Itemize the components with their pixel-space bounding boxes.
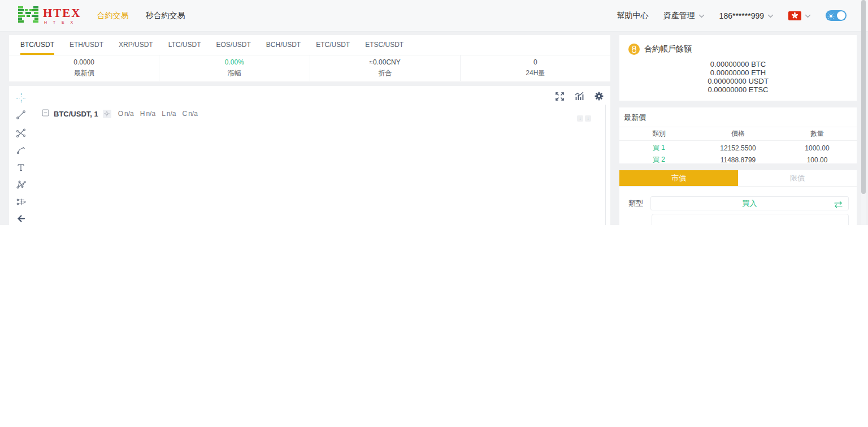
legend-settings-icon[interactable] bbox=[103, 110, 111, 118]
buy1-type: 買 1 bbox=[619, 143, 698, 153]
hk-flag-icon bbox=[788, 11, 801, 20]
nav-contract-trading[interactable]: 合約交易 bbox=[97, 11, 129, 21]
xabcd-pattern-tool-icon[interactable] bbox=[15, 179, 27, 190]
column-price: 價格 bbox=[698, 129, 778, 139]
asset-management-label: 資產管理 bbox=[663, 11, 695, 21]
high-value: n/a bbox=[146, 110, 155, 118]
htex-logo-icon bbox=[17, 5, 40, 27]
main-nav: 合約交易 秒合約交易 bbox=[97, 11, 185, 21]
tab-xrp-usdt[interactable]: XRP/USDT bbox=[119, 35, 153, 55]
buy1-amount: 1000.00 bbox=[778, 144, 857, 152]
open-value: n/a bbox=[124, 110, 134, 118]
balance-eth: 0.00000000 ETH bbox=[628, 68, 848, 77]
ohlc-values: On/a Hn/a Ln/a Cn/a bbox=[118, 110, 198, 118]
tab-btc-usdt[interactable]: BTC/USDT bbox=[20, 35, 54, 55]
book-header-row: 類別 價格 數量 bbox=[619, 127, 857, 141]
scrollbar-thumb[interactable] bbox=[861, 0, 866, 194]
chevron-down-icon bbox=[698, 11, 705, 20]
low-value: n/a bbox=[167, 110, 176, 118]
chart-symbol-label[interactable]: BTC/USDT, 1 bbox=[54, 110, 98, 118]
tab-eth-usdt[interactable]: ETH/USDT bbox=[70, 35, 103, 55]
stat-24h-volume: 0 24H量 bbox=[460, 55, 610, 81]
brand-name: HTEX bbox=[43, 7, 81, 19]
coin-icon bbox=[628, 44, 640, 55]
tab-market-price[interactable]: 市價 bbox=[619, 170, 738, 186]
balance-usdt: 0.00000000 USDT bbox=[628, 77, 848, 85]
trend-line-tool-icon[interactable] bbox=[15, 109, 27, 120]
amount-input[interactable] bbox=[652, 214, 849, 225]
balance-list: 0.00000000 BTC 0.00000000 ETH 0.00000000… bbox=[628, 60, 848, 94]
high-key: H bbox=[140, 110, 145, 118]
page: HTEX H T E X 合約交易 秒合約交易 幫助中心 資產管理 186***… bbox=[0, 0, 868, 427]
buy1-price: 12152.5500 bbox=[698, 144, 778, 152]
brand-subtext: H T E X bbox=[43, 20, 81, 24]
text-tool-icon[interactable] bbox=[15, 162, 27, 173]
cny-value: ≈0.00CNY bbox=[369, 58, 400, 66]
account-menu[interactable]: 186******999 bbox=[719, 11, 774, 20]
column-amount: 數量 bbox=[778, 129, 857, 139]
swap-direction-icon[interactable] bbox=[834, 200, 843, 210]
latest-price-label: 最新價 bbox=[74, 68, 94, 78]
tab-etsc-usdt[interactable]: ETSC/USDT bbox=[365, 35, 403, 55]
pane-maximize-icon[interactable]: ↓ bbox=[577, 115, 583, 122]
tab-etc-usdt[interactable]: ETC/USDT bbox=[316, 35, 350, 55]
back-arrow-icon[interactable] bbox=[15, 213, 27, 224]
collapse-legend-icon[interactable] bbox=[42, 109, 49, 119]
pane-collapse-icon[interactable]: ↓ bbox=[585, 115, 591, 122]
buy2-amount: 100.00 bbox=[778, 156, 857, 164]
type-label: 類型 bbox=[628, 199, 643, 209]
fullscreen-icon[interactable] bbox=[554, 90, 565, 102]
volume-value: 0 bbox=[533, 58, 537, 66]
balance-btc: 0.00000000 BTC bbox=[628, 60, 848, 68]
balance-title-row: 合約帳戶餘額 bbox=[628, 44, 848, 55]
order-type-tabs: 市價 限價 bbox=[619, 170, 857, 187]
indicators-icon[interactable] bbox=[574, 90, 585, 102]
chevron-down-icon bbox=[767, 11, 774, 20]
tab-eos-usdt[interactable]: EOS/USDT bbox=[216, 35, 250, 55]
tab-limit-price[interactable]: 限價 bbox=[738, 170, 857, 186]
type-row: 類型 買入 bbox=[628, 196, 849, 210]
stat-cny-equivalent: ≈0.00CNY 折合 bbox=[310, 55, 460, 81]
change-label: 漲幅 bbox=[228, 68, 241, 78]
latest-price-title: 最新價 bbox=[619, 107, 857, 127]
book-body: 買 1 12152.5500 1000.00 買 2 11488.8799 10… bbox=[619, 141, 857, 166]
balance-etsc: 0.00000000 ETSC bbox=[628, 85, 848, 94]
low-key: L bbox=[162, 110, 166, 118]
chart-settings-gear-icon[interactable] bbox=[593, 90, 605, 102]
help-center-link[interactable]: 幫助中心 bbox=[617, 11, 649, 21]
cny-label: 折合 bbox=[378, 68, 392, 78]
tab-bch-usdt[interactable]: BCH/USDT bbox=[266, 35, 301, 55]
theme-toggle[interactable] bbox=[826, 10, 847, 21]
latest-price-card: 最新價 類別 價格 數量 買 1 12152.5500 1000.00 買 2 … bbox=[619, 107, 857, 163]
htex-logo[interactable]: HTEX H T E X bbox=[17, 5, 81, 27]
tab-ltc-usdt[interactable]: LTC/USDT bbox=[168, 35, 201, 55]
close-key: C bbox=[183, 110, 188, 118]
chart-card: ( BTC/USDT, 1 bbox=[9, 86, 610, 225]
contract-balance-card: 合約帳戶餘額 0.00000000 BTC 0.00000000 ETH 0.0… bbox=[619, 35, 857, 101]
projection-tool-icon[interactable] bbox=[15, 196, 27, 208]
language-menu[interactable] bbox=[788, 11, 811, 20]
price-axis-divider bbox=[605, 105, 606, 225]
crosshair-tool-icon[interactable] bbox=[15, 92, 27, 103]
chart-legend: BTC/USDT, 1 On/a Hn/a Ln/a Cn/a bbox=[42, 109, 198, 119]
book-row-buy2[interactable]: 買 2 11488.8799 100.00 bbox=[619, 154, 857, 166]
close-value: n/a bbox=[188, 110, 198, 118]
sun-icon bbox=[827, 12, 835, 22]
market-stats: 0.0000 最新價 0.00% 漲幅 ≈0.00CNY 折合 0 24H量 bbox=[9, 55, 610, 81]
direction-select[interactable]: 買入 bbox=[650, 196, 849, 210]
brush-tool-icon[interactable] bbox=[15, 145, 27, 156]
asset-management-menu[interactable]: 資產管理 bbox=[663, 11, 705, 21]
buy2-type: 買 2 bbox=[619, 155, 698, 165]
nav-second-contract-trading[interactable]: 秒合約交易 bbox=[146, 11, 185, 21]
book-row-buy1[interactable]: 買 1 12152.5500 1000.00 bbox=[619, 142, 857, 154]
gann-fibonacci-tool-icon[interactable] bbox=[15, 128, 27, 139]
trade-card: 市價 限價 類型 買入 bbox=[619, 170, 857, 225]
chevron-down-icon bbox=[805, 11, 811, 20]
open-key: O bbox=[118, 110, 123, 118]
chart-drawing-toolbar bbox=[9, 86, 33, 225]
balance-title: 合約帳戶餘額 bbox=[644, 44, 692, 54]
empty-page-area bbox=[0, 225, 868, 427]
toggle-knob bbox=[837, 11, 845, 20]
volume-label: 24H量 bbox=[526, 68, 545, 78]
account-phone: 186******999 bbox=[719, 11, 764, 20]
